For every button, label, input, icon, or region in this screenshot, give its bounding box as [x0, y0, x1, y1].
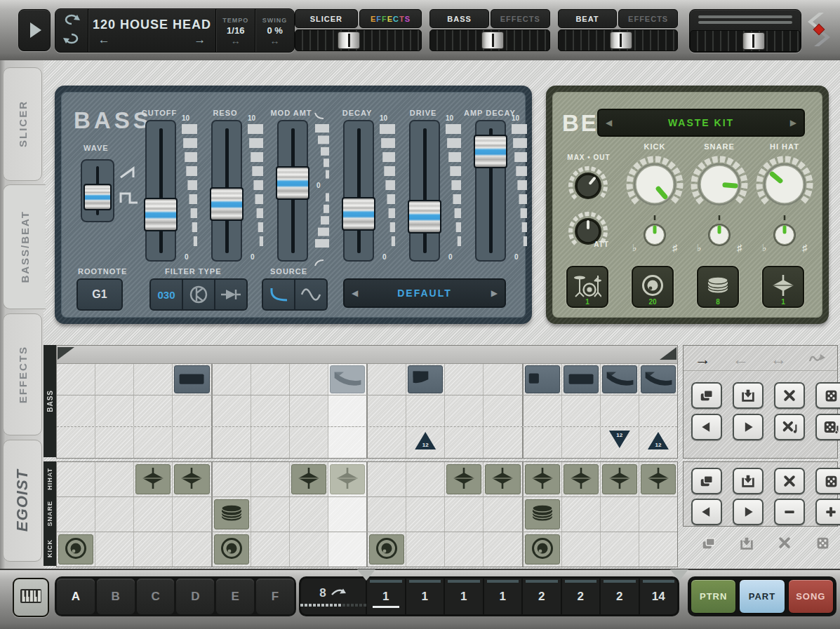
song-step-6[interactable]: 2 [562, 579, 600, 614]
hihat-hit[interactable] [330, 464, 365, 494]
song-step-4[interactable]: 1 [484, 579, 522, 614]
snare-step-cell[interactable] [366, 497, 406, 532]
kick-step-cell[interactable] [211, 532, 251, 567]
bass-step-cell[interactable] [444, 364, 483, 395]
wave-slider[interactable] [81, 159, 114, 222]
bass-step-cell[interactable] [95, 427, 133, 458]
hihat-step-cell[interactable] [211, 462, 251, 496]
sidebar-tab-egoist[interactable]: EGOIST [3, 440, 42, 562]
kit-next-icon[interactable]: ▶ [790, 118, 796, 128]
bass-step-cell[interactable] [366, 364, 406, 395]
master-volume-slider[interactable] [690, 30, 801, 52]
kick-step-cell[interactable] [133, 532, 172, 567]
beat-effects-crossfader[interactable] [558, 29, 678, 51]
pattern-button-f[interactable]: F [256, 579, 294, 614]
pattern-button-b[interactable]: B [97, 579, 135, 614]
slicer-page-button[interactable]: SLICER [295, 9, 358, 28]
kick-hit[interactable] [58, 534, 93, 564]
pitch-knob[interactable] [765, 246, 804, 258]
master-volume-handle[interactable] [742, 32, 765, 50]
swing-drag-icon[interactable]: ↔ [270, 37, 280, 44]
song-step-7[interactable]: 2 [601, 579, 639, 614]
source-envelope-button[interactable] [262, 278, 295, 311]
filter-diode-button[interactable] [215, 278, 248, 311]
hihat-step-cell[interactable] [366, 462, 406, 496]
slicer-effects-crossfader[interactable] [295, 29, 422, 51]
att-knob[interactable] [566, 209, 611, 257]
sidebar-tab-bassbeat[interactable]: BASS/BEAT [3, 184, 46, 309]
hihat-hit[interactable] [446, 464, 481, 494]
sidebar-tab-effects[interactable]: EFFECTS [3, 313, 42, 435]
global-clear-button[interactable] [775, 536, 794, 551]
hihat-step-cell[interactable] [483, 462, 521, 496]
slicer-effects-page-button[interactable]: EFFECTS [359, 9, 422, 28]
pitch-knob[interactable] [700, 246, 739, 258]
bass-step-cell[interactable] [444, 395, 483, 426]
bass-step-cell[interactable] [406, 395, 444, 426]
bass-step-cell[interactable] [172, 364, 211, 395]
song-step-8[interactable]: 14 [640, 579, 678, 614]
bass-step-cell[interactable] [522, 427, 561, 458]
snare-step-cell[interactable] [211, 497, 251, 532]
bass-step-cell[interactable] [600, 364, 639, 395]
kick-step-cell[interactable] [444, 532, 483, 567]
filter-type-value-button[interactable]: 030 [149, 278, 183, 311]
bass-note-flag[interactable] [408, 365, 443, 393]
bass-step-cell[interactable] [366, 427, 406, 458]
tempo-drag-icon[interactable]: ↔ [231, 37, 241, 44]
bass-step-cell[interactable] [444, 427, 483, 458]
pad-kick-button[interactable]: 20 [632, 266, 674, 308]
bass-step-cell[interactable] [639, 395, 677, 426]
drum-sequencer-grid[interactable] [56, 461, 678, 567]
bass-note-slide[interactable] [602, 365, 637, 393]
kick-step-cell[interactable] [406, 532, 444, 567]
hihat-hit[interactable] [174, 464, 209, 494]
fader-handle[interactable] [276, 166, 309, 200]
hihat-step-cell[interactable] [406, 462, 444, 496]
hihat-hit[interactable] [291, 464, 326, 494]
sidebar-tab-slicer[interactable]: SLICER [3, 67, 42, 181]
drum-paste-button[interactable] [733, 468, 764, 494]
bass-shift-right-button[interactable] [733, 414, 764, 440]
bass-step-cell[interactable] [133, 395, 172, 426]
kick-hit[interactable] [369, 534, 404, 564]
bass-note-slide[interactable] [641, 365, 676, 393]
pattern-button-c[interactable]: C [137, 579, 175, 614]
pattern-button-d[interactable]: D [176, 579, 214, 614]
hihat-step-cell[interactable] [133, 462, 172, 496]
hihat-step-cell[interactable] [444, 462, 483, 496]
snare-step-cell[interactable] [289, 497, 328, 532]
hihat-step-cell[interactable] [600, 462, 639, 496]
bass-note-slide[interactable] [330, 365, 365, 393]
song-step-5[interactable]: 2 [523, 579, 561, 614]
velocity-marker-up[interactable]: 12 [648, 432, 669, 449]
drum-plus-button[interactable] [815, 499, 840, 525]
kick-volume-knob[interactable] [625, 154, 685, 217]
bass-step-cell[interactable] [133, 427, 172, 458]
bass-dice-button[interactable] [815, 382, 840, 409]
hihat-step-cell[interactable] [639, 462, 677, 496]
hihat-step-cell[interactable] [561, 462, 600, 496]
snare-hit[interactable] [525, 499, 560, 529]
snare-step-cell[interactable] [172, 497, 211, 532]
bass-step-cell[interactable] [172, 427, 211, 458]
snare-step-cell[interactable] [406, 497, 444, 532]
pad-snare-button[interactable]: 8 [697, 266, 739, 308]
source-lfo-button[interactable] [295, 278, 328, 311]
snare-step-cell[interactable] [600, 497, 639, 532]
bass-preset-prev-icon[interactable]: ◀ [352, 288, 358, 298]
bass-step-cell[interactable] [251, 364, 289, 395]
bass-step-cell[interactable] [600, 395, 639, 426]
kick-step-cell[interactable] [328, 532, 366, 567]
snare-step-cell[interactable] [251, 497, 289, 532]
hihat-hit[interactable] [525, 464, 560, 494]
bass-copy-button[interactable] [691, 382, 722, 409]
mode-button-song[interactable]: SONG [788, 579, 834, 614]
bass-step-cell[interactable] [483, 427, 521, 458]
loop-end-marker[interactable] [660, 347, 676, 360]
kick-hit[interactable] [525, 534, 560, 564]
bass-step-cell[interactable] [57, 364, 95, 395]
kick-step-cell[interactable] [561, 532, 600, 567]
global-copy-button[interactable] [700, 536, 718, 551]
mode-button-part[interactable]: PART [739, 579, 785, 614]
